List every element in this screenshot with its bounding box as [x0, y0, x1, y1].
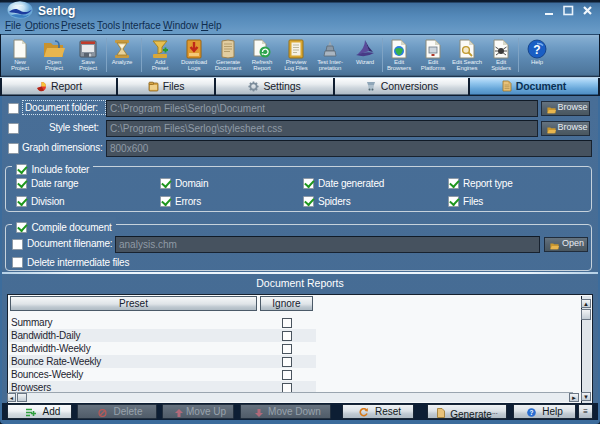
svg-text:?: ?: [533, 43, 540, 57]
svg-text:?: ?: [530, 409, 534, 416]
